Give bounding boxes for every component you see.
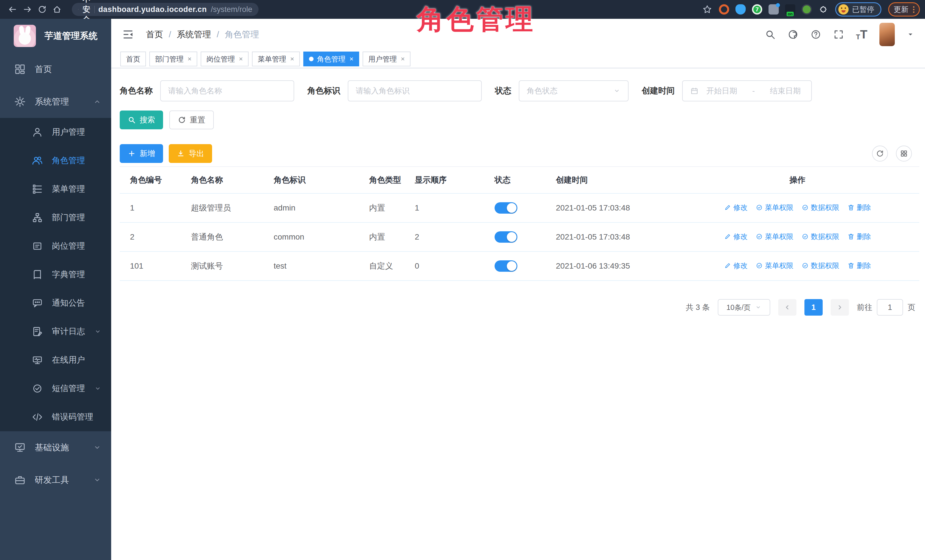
data-permission-link[interactable]: 数据权限 <box>801 261 839 270</box>
edit-link[interactable]: 修改 <box>724 261 748 270</box>
forward-icon <box>23 5 32 14</box>
status-toggle[interactable] <box>494 202 517 214</box>
extension-icon-orange[interactable] <box>719 4 729 15</box>
role-name-input[interactable]: 请输入角色名称 <box>160 80 294 101</box>
goto-page-input[interactable]: 1 <box>877 299 903 315</box>
next-page-button[interactable] <box>831 299 849 315</box>
sidebar-item-role-management[interactable]: 角色管理 <box>0 146 111 175</box>
search-button[interactable]: 搜索 <box>120 111 163 129</box>
role-key-input[interactable]: 请输入角色标识 <box>348 80 482 101</box>
bookmark-star-icon[interactable] <box>702 5 712 14</box>
sidebar-item-online-users[interactable]: 在线用户 <box>0 346 111 374</box>
cell-type: 内置 <box>369 222 415 252</box>
extension-icon-green[interactable]: 7 <box>752 4 762 15</box>
extension-icon-monkey[interactable] <box>801 4 812 15</box>
profile-paused-chip[interactable]: 已暂停 <box>835 2 881 17</box>
menu-permission-link[interactable]: 菜单权限 <box>756 232 794 241</box>
tab-post-management[interactable]: 岗位管理× <box>201 51 249 66</box>
export-button[interactable]: 导出 <box>169 144 212 163</box>
sidebar-item-home[interactable]: 首页 <box>0 53 111 86</box>
breadcrumb-home[interactable]: 首页 <box>146 29 163 41</box>
sidebar-item-dev-tools[interactable]: 研发工具 <box>0 464 111 496</box>
cell-status <box>494 252 556 281</box>
date-range-picker[interactable]: 开始日期 - 结束日期 <box>682 80 812 101</box>
online-icon <box>32 354 43 365</box>
tab-role-management[interactable]: 角色管理× <box>303 51 359 66</box>
sidebar-item-dept-management[interactable]: 部门管理 <box>0 203 111 232</box>
dashboard-icon <box>14 63 26 75</box>
cell-create-time: 2021-01-06 13:49:35 <box>556 252 676 281</box>
sidebar-item-dict-management[interactable]: 字典管理 <box>0 260 111 289</box>
data-permission-link[interactable]: 数据权限 <box>801 203 839 212</box>
menu-permission-link[interactable]: 菜单权限 <box>756 261 794 270</box>
search-icon[interactable] <box>765 29 776 40</box>
sidebar-item-user-management[interactable]: 用户管理 <box>0 118 111 146</box>
column-role-type: 角色类型 <box>369 167 415 194</box>
prev-page-button[interactable] <box>778 299 797 315</box>
breadcrumb: 首页 / 系统管理 / 角色管理 <box>146 29 259 41</box>
edit-link[interactable]: 修改 <box>724 203 748 212</box>
address-bar[interactable]: 不安全 dashboard.yudao.iocoder.cn /system/r… <box>72 3 259 16</box>
tab-user-management[interactable]: 用户管理× <box>363 51 410 66</box>
user-avatar[interactable] <box>880 23 895 46</box>
sidebar-item-label: 短信管理 <box>52 383 85 394</box>
github-icon[interactable] <box>788 29 798 40</box>
sidebar-item-error-code-management[interactable]: 错误码管理 <box>0 403 111 431</box>
tab-menu-management[interactable]: 菜单管理× <box>252 51 300 66</box>
tab-home[interactable]: 首页 <box>120 51 146 66</box>
breadcrumb-system[interactable]: 系统管理 <box>177 29 211 41</box>
tab-dept-management[interactable]: 部门管理× <box>149 51 197 66</box>
browser-back-button[interactable] <box>5 2 20 17</box>
column-settings-button[interactable] <box>896 146 912 162</box>
range-separator: - <box>752 87 755 95</box>
sidebar-menu: 首页系统管理用户管理角色管理菜单管理部门管理岗位管理字典管理通知公告审计日志在线… <box>0 53 111 496</box>
sidebar-item-menu-management[interactable]: 菜单管理 <box>0 175 111 203</box>
cell-create-time: 2021-01-05 17:03:48 <box>556 222 676 252</box>
data-permission-link[interactable]: 数据权限 <box>801 232 839 241</box>
delete-link[interactable]: 删除 <box>847 232 871 241</box>
sidebar-item-notice-announcement[interactable]: 通知公告 <box>0 289 111 317</box>
sidebar-logo[interactable]: 芋道管理系统 <box>0 19 111 53</box>
sidebar-item-system-management[interactable]: 系统管理 <box>0 86 111 118</box>
status-toggle[interactable] <box>494 260 517 272</box>
menu-permission-link[interactable]: 菜单权限 <box>756 203 794 212</box>
close-icon[interactable]: × <box>188 55 191 63</box>
font-size-icon[interactable]: TT <box>856 29 868 41</box>
browser-update-button[interactable]: 更新 <box>888 2 920 17</box>
browser-menu-icon[interactable] <box>913 6 914 13</box>
extension-icon-badges[interactable] <box>768 4 779 15</box>
sidebar-item-post-management[interactable]: 岗位管理 <box>0 232 111 260</box>
extension-icon-dark[interactable]: on <box>785 4 795 15</box>
reset-button[interactable]: 重置 <box>169 111 214 129</box>
menu-fold-icon[interactable] <box>122 29 134 41</box>
sidebar-item-audit-log[interactable]: 审计日志 <box>0 317 111 346</box>
status-select[interactable]: 角色状态 <box>519 80 628 101</box>
app-title: 芋道管理系统 <box>44 30 98 42</box>
create-time-label: 创建时间 <box>642 85 675 96</box>
caret-down-icon[interactable] <box>907 31 914 38</box>
refresh-button[interactable] <box>872 146 888 162</box>
sidebar-item-infrastructure[interactable]: 基础设施 <box>0 431 111 464</box>
status-toggle[interactable] <box>494 231 517 243</box>
sidebar-item-sms-management[interactable]: 短信管理 <box>0 374 111 403</box>
delete-link[interactable]: 删除 <box>847 203 871 212</box>
docs-question-icon[interactable] <box>811 29 821 40</box>
browser-reload-button[interactable] <box>35 2 50 17</box>
tags-view: 首页部门管理×岗位管理×菜单管理×角色管理×用户管理× <box>111 50 925 68</box>
goto-label: 前往 <box>857 302 872 312</box>
page-size-select[interactable]: 10条/页 <box>718 299 770 315</box>
extension-icon-puzzle[interactable] <box>818 4 829 15</box>
end-date-placeholder: 结束日期 <box>767 86 804 96</box>
fullscreen-icon[interactable] <box>833 29 844 40</box>
browser-home-button[interactable] <box>50 2 65 17</box>
close-icon[interactable]: × <box>350 55 354 63</box>
page-number-1[interactable]: 1 <box>804 299 823 315</box>
close-icon[interactable]: × <box>290 55 294 63</box>
browser-forward-button[interactable] <box>20 2 35 17</box>
extension-icon-blue[interactable] <box>735 4 746 15</box>
edit-link[interactable]: 修改 <box>724 232 748 241</box>
close-icon[interactable]: × <box>401 55 405 63</box>
add-button[interactable]: 新增 <box>120 144 163 163</box>
delete-link[interactable]: 删除 <box>847 261 871 270</box>
close-icon[interactable]: × <box>239 55 243 63</box>
